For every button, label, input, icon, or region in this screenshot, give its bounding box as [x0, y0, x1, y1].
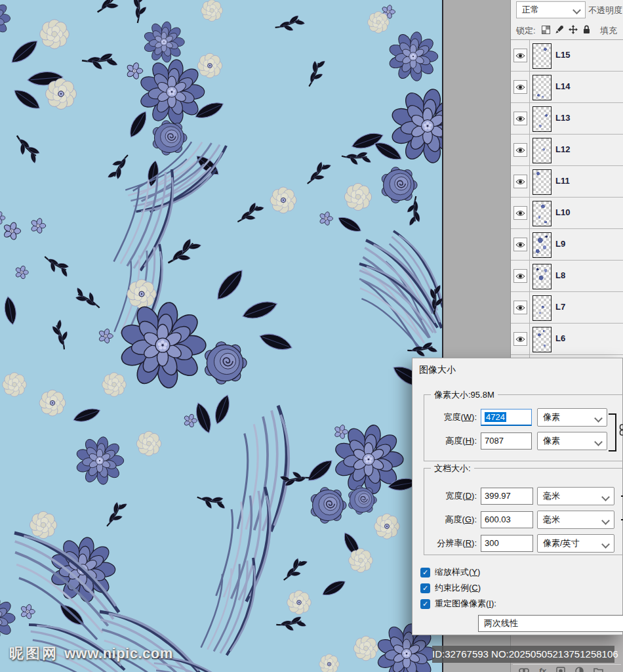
- fill-label: 填充: [600, 25, 617, 37]
- lock-bar: 锁定: 填充: [511, 20, 623, 40]
- image-size-dialog: 图像大小 像素大小:95.8M 宽度(W): 4724 像素 高度(H): 70…: [412, 358, 623, 635]
- layer-name: L8: [555, 270, 565, 280]
- layer-style-icon[interactable]: fx: [539, 667, 546, 672]
- layer-thumbnail[interactable]: [533, 232, 552, 258]
- document-size-legend: 文档大小:: [431, 463, 474, 474]
- opacity-label: 不透明度: [588, 5, 622, 16]
- watermark: 昵图网www.nipic.com: [9, 644, 173, 663]
- chevron-down-icon: [601, 516, 610, 525]
- doc-width-label: 宽度(D):: [415, 488, 477, 505]
- layer-thumbnail[interactable]: [533, 295, 552, 321]
- blend-mode-select[interactable]: 正常: [516, 1, 586, 18]
- column-divider: [529, 40, 530, 71]
- visibility-toggle[interactable]: [513, 301, 527, 314]
- link-layers-icon[interactable]: [519, 667, 529, 672]
- pixel-size-group: 像素大小:95.8M: [424, 394, 623, 461]
- checkbox-checked-icon[interactable]: [420, 599, 430, 609]
- doc-width-unit-select[interactable]: 毫米: [537, 487, 614, 505]
- lock-transparency-icon[interactable]: [542, 26, 550, 34]
- resolution-unit-select[interactable]: 像素/英寸: [537, 534, 614, 553]
- visibility-toggle[interactable]: [513, 143, 527, 157]
- layer-thumbnail[interactable]: [533, 327, 552, 352]
- checkbox-checked-icon[interactable]: [420, 568, 430, 578]
- doc-height-input[interactable]: 600.03: [481, 511, 533, 528]
- layer-thumbnail[interactable]: [533, 201, 552, 226]
- layer-row[interactable]: L10: [511, 198, 623, 229]
- resample-image-checkbox-row[interactable]: 重定图像像素(I):: [420, 598, 496, 610]
- layer-thumbnail[interactable]: [533, 75, 552, 100]
- pixel-width-label: 宽度(W):: [415, 409, 477, 426]
- layer-thumbnail[interactable]: [533, 264, 552, 289]
- pixel-width-unit-select[interactable]: 像素: [537, 408, 607, 427]
- visibility-toggle[interactable]: [513, 175, 527, 188]
- layer-thumbnail[interactable]: [533, 106, 552, 132]
- column-divider: [529, 72, 530, 102]
- document-canvas[interactable]: [0, 0, 443, 672]
- new-group-icon[interactable]: [593, 667, 603, 672]
- resample-image-label: 重定图像像素(I):: [435, 598, 496, 610]
- column-divider: [529, 324, 530, 354]
- checkbox-checked-icon[interactable]: [420, 583, 430, 593]
- visibility-toggle[interactable]: [513, 49, 527, 62]
- lock-label: 锁定:: [516, 25, 536, 37]
- visibility-toggle[interactable]: [513, 112, 527, 125]
- lock-all-icon[interactable]: [582, 25, 591, 34]
- lock-paint-brush-icon[interactable]: [555, 25, 564, 34]
- visibility-toggle[interactable]: [513, 238, 527, 251]
- layer-thumbnail[interactable]: [533, 169, 552, 195]
- chevron-down-icon: [573, 6, 581, 14]
- pixel-height-input[interactable]: 7087: [481, 432, 532, 450]
- layer-name: L13: [555, 113, 570, 123]
- doc-height-unit-select[interactable]: 毫米: [537, 511, 614, 529]
- visibility-toggle[interactable]: [513, 80, 527, 94]
- layer-row[interactable]: L7: [511, 292, 623, 324]
- image-id-bar: ID:32767593 NO:20250505213751258106: [432, 646, 614, 663]
- layer-name: L15: [555, 50, 570, 60]
- layer-row[interactable]: L11: [511, 166, 623, 198]
- layer-row[interactable]: L9: [511, 229, 623, 261]
- pixel-height-unit-select[interactable]: 像素: [537, 432, 607, 450]
- watermark-logo: 昵图网: [9, 645, 58, 662]
- layer-row[interactable]: L15: [511, 40, 623, 72]
- resample-method-select[interactable]: 两次线性: [478, 615, 623, 632]
- layer-row[interactable]: L14: [511, 72, 623, 103]
- pixel-size-legend: 像素大小:95.8M: [431, 389, 498, 401]
- layer-row[interactable]: L12: [511, 135, 623, 166]
- layer-row[interactable]: L6: [511, 324, 623, 355]
- scale-styles-label: 缩放样式(Y): [435, 566, 480, 578]
- layer-list: L15 L14 L13 L12: [511, 40, 623, 387]
- constrain-bracket: [609, 413, 616, 452]
- blend-mode-value: 正常: [522, 5, 539, 14]
- adjustment-layer-icon[interactable]: [575, 667, 584, 672]
- chevron-down-icon: [594, 414, 603, 423]
- column-divider: [529, 166, 530, 197]
- image-id-text: ID:32767593 NO:20250505213751258106: [432, 648, 618, 660]
- layer-name: L11: [555, 176, 570, 186]
- layer-row[interactable]: L8: [511, 261, 623, 292]
- layer-name: L14: [555, 81, 570, 91]
- column-divider: [529, 198, 530, 228]
- resolution-label: 分辨率(R):: [415, 535, 477, 552]
- visibility-toggle[interactable]: [513, 332, 527, 346]
- visibility-toggle[interactable]: [513, 206, 527, 220]
- pixel-width-input[interactable]: 4724: [481, 409, 532, 426]
- lock-position-move-icon[interactable]: [569, 25, 578, 34]
- chevron-down-icon: [601, 493, 610, 501]
- layer-mask-icon[interactable]: [556, 667, 565, 672]
- pixel-height-label: 高度(H):: [415, 432, 477, 450]
- layer-thumbnail[interactable]: [533, 43, 552, 69]
- layer-row[interactable]: L13: [511, 103, 623, 135]
- scale-styles-checkbox-row[interactable]: 缩放样式(Y): [420, 566, 480, 578]
- resolution-input[interactable]: 300: [481, 535, 533, 552]
- layer-thumbnail[interactable]: [533, 138, 552, 163]
- column-divider: [529, 135, 530, 165]
- constrain-proportions-checkbox-row[interactable]: 约束比例(C): [420, 582, 481, 594]
- constrain-proportions-label: 约束比例(C): [435, 582, 481, 594]
- doc-width-input[interactable]: 399.97: [481, 488, 533, 505]
- layer-name: L9: [555, 239, 565, 249]
- column-divider: [529, 229, 530, 260]
- footer-divider: [513, 664, 621, 665]
- floral-pattern-image: [0, 0, 443, 672]
- visibility-toggle[interactable]: [513, 269, 527, 283]
- chevron-down-icon: [594, 438, 603, 446]
